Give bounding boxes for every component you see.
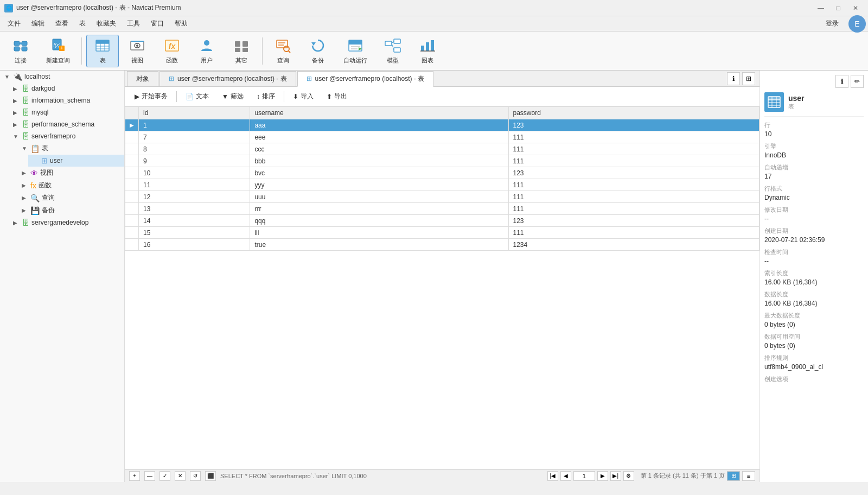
form-view-button[interactable]: ≡ (742, 471, 755, 481)
menu-help[interactable]: 帮助 (169, 17, 193, 30)
tab-table-view[interactable]: ⊞ user @serverframepro (localhost) - 表 (297, 71, 434, 87)
table-view-button[interactable]: ⊞ (727, 471, 740, 481)
add-row-button[interactable]: + (129, 471, 140, 481)
sidebar-item-backups[interactable]: ▶ 💾 备份 (17, 204, 124, 217)
sort-button[interactable]: ↕ 排序 (251, 90, 280, 103)
sidebar-item-servergamedevelop[interactable]: ▶ 🗄 servergamedevelop (9, 217, 124, 229)
minimize-button[interactable]: — (813, 3, 829, 14)
status-right: |◀ ◀ ▶ ▶| ⚙ 第 1 条记录 (共 11 条) 于第 1 页 ⊞ ≡ (547, 471, 755, 481)
table-row[interactable]: 11 yyy 111 (125, 179, 760, 191)
expand-arrow-mysql: ▶ (13, 110, 20, 116)
toolbar-new-query[interactable]: f(x) + 新建查询 (39, 35, 77, 67)
tab-table-query[interactable]: ⊞ user @serverframepro (localhost) - 表 (159, 71, 296, 86)
toolbar-sep-2 (262, 37, 263, 65)
tab-objects[interactable]: 对象 (127, 71, 158, 86)
toolbar-view[interactable]: 视图 (121, 35, 154, 67)
refresh-button[interactable]: ↺ (190, 471, 201, 481)
page-input[interactable] (573, 471, 595, 481)
right-panel-info-button[interactable]: ℹ (835, 75, 848, 88)
sidebar-item-queries[interactable]: ▶ 🔍 查询 (17, 192, 124, 204)
menu-window[interactable]: 窗口 (145, 17, 169, 30)
sidebar-label-tables: 表 (42, 144, 48, 153)
toolbar-func[interactable]: fx 函数 (156, 35, 188, 67)
toolbar-other[interactable]: 其它 (225, 35, 258, 67)
import-button[interactable]: ⬇ 导入 (288, 90, 319, 103)
next-page-button[interactable]: ▶ (597, 471, 608, 481)
toolbar-query[interactable]: 查询 (267, 35, 299, 67)
data-table: id username password ▶ 1 aaa 123 7 eee 1… (125, 106, 760, 251)
toolbar-chart[interactable]: 图表 (411, 35, 444, 67)
sidebar-item-mysql[interactable]: ▶ 🗄 mysql (9, 106, 124, 118)
begin-transaction-button[interactable]: ▶ 开始事务 (129, 90, 173, 103)
table-row[interactable]: 14 qqq 123 (125, 215, 760, 227)
table-row[interactable]: 15 iii 111 (125, 227, 760, 239)
prev-page-button[interactable]: ◀ (560, 471, 571, 481)
menu-edit[interactable]: 编辑 (26, 17, 50, 30)
toolbar-backup[interactable]: 备份 (302, 35, 334, 67)
right-panel-edit-button[interactable]: ✏ (851, 75, 864, 88)
right-panel-property: 数据长度 16.00 KB (16,384) (764, 290, 864, 307)
sidebar-item-localhost[interactable]: ▼ 🔌 localhost (0, 71, 124, 82)
menu-tools[interactable]: 工具 (122, 17, 145, 30)
user-avatar[interactable]: E (848, 15, 866, 33)
login-button[interactable]: 登录 (820, 17, 844, 30)
cell-username: qqq (250, 215, 508, 227)
stop-button[interactable]: ⬛ (205, 471, 216, 481)
table-row[interactable]: 9 bbb 111 (125, 155, 760, 167)
toolbar-connect[interactable]: 连接 (4, 35, 37, 67)
toolbar-autorun[interactable]: 自动运行 (336, 35, 374, 67)
sidebar-item-performance-schema[interactable]: ▶ 🗄 performance_schema (9, 118, 124, 130)
cell-username: eee (250, 131, 508, 143)
text-button[interactable]: 📄 文本 (180, 90, 214, 103)
expand-arrow-user: ▶ (33, 158, 39, 164)
table-row[interactable]: ▶ 1 aaa 123 (125, 119, 760, 131)
svg-rect-5 (22, 47, 27, 51)
maximize-button[interactable]: □ (830, 3, 846, 14)
confirm-button[interactable]: ✓ (159, 471, 170, 481)
menu-file[interactable]: 文件 (2, 17, 26, 30)
toolbar-table-label: 表 (100, 56, 106, 65)
col-username[interactable]: username (250, 107, 508, 119)
sidebar-item-user-table[interactable]: ▶ ⊞ user (28, 155, 124, 167)
menu-table[interactable]: 表 (74, 17, 91, 30)
table-row[interactable]: 12 uuu 111 (125, 191, 760, 203)
menu-view[interactable]: 查看 (50, 17, 74, 30)
tab-grid-button[interactable]: ⊞ (742, 72, 755, 85)
export-button[interactable]: ⬆ 导出 (321, 90, 353, 103)
table-row[interactable]: 10 bvc 123 (125, 167, 760, 179)
sidebar-item-serverframepro[interactable]: ▼ 🗄 serverframepro (9, 130, 124, 142)
table-row[interactable]: 16 true 1234 (125, 239, 760, 251)
sidebar-item-functions[interactable]: ▶ fx 函数 (17, 179, 124, 192)
sidebar-item-views[interactable]: ▶ 👁 视图 (17, 167, 124, 179)
toolbar-table[interactable]: 表 (86, 35, 119, 67)
cell-username: bvc (250, 167, 508, 179)
cell-id: 9 (139, 155, 250, 167)
delete-row-button[interactable]: — (144, 471, 155, 481)
expand-arrow-backups: ▶ (22, 207, 28, 213)
settings-button[interactable]: ⚙ (623, 471, 634, 481)
filter-button[interactable]: ▼ 筛选 (216, 90, 249, 103)
connection-icon: 🔌 (13, 72, 22, 81)
last-page-button[interactable]: ▶| (610, 471, 621, 481)
toolbar-user[interactable]: 用户 (190, 35, 223, 67)
table-row[interactable]: 13 rrr 111 (125, 203, 760, 215)
toolbar-model[interactable]: 模型 (376, 35, 409, 67)
queries-folder-icon: 🔍 (30, 194, 40, 202)
col-password[interactable]: password (508, 107, 760, 119)
cell-password: 111 (508, 131, 760, 143)
tab-info-button[interactable]: ℹ (727, 72, 740, 85)
sidebar-item-tables[interactable]: ▼ 📋 表 (17, 142, 124, 155)
sidebar-item-information-schema[interactable]: ▶ 🗄 information_schema (9, 94, 124, 106)
tab-objects-label: 对象 (136, 74, 149, 84)
menu-favorites[interactable]: 收藏夹 (91, 17, 122, 30)
close-button[interactable]: ✕ (847, 3, 864, 14)
sidebar-item-darkgod[interactable]: ▶ 🗄 darkgod (9, 82, 124, 94)
table-row[interactable]: 8 ccc 111 (125, 143, 760, 155)
col-id[interactable]: id (139, 107, 250, 119)
table-area[interactable]: id username password ▶ 1 aaa 123 7 eee 1… (125, 106, 760, 469)
table-row[interactable]: 7 eee 111 (125, 131, 760, 143)
first-page-button[interactable]: |◀ (547, 471, 558, 481)
row-indicator (125, 143, 139, 155)
row-indicator: ▶ (125, 119, 139, 131)
cancel-button[interactable]: ✕ (175, 471, 186, 481)
